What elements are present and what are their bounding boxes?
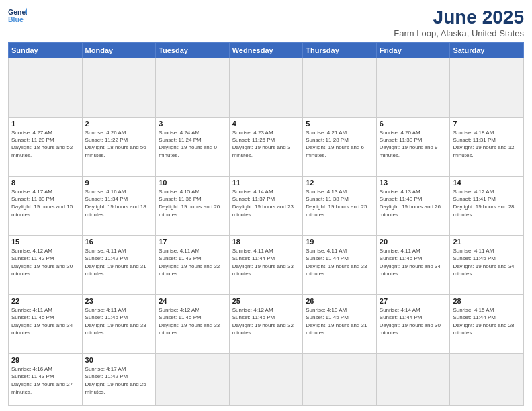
day-info: Sunrise: 4:12 AMSunset: 11:45 PMDaylight… — [232, 306, 300, 336]
day-info: Sunrise: 4:11 AMSunset: 11:42 PMDaylight… — [85, 247, 153, 277]
day-info: Sunrise: 4:15 AMSunset: 11:36 PMDaylight… — [159, 188, 226, 218]
day-info: Sunrise: 4:26 AMSunset: 11:22 PMDaylight… — [85, 129, 153, 159]
day-cell: 16Sunrise: 4:11 AMSunset: 11:42 PMDaylig… — [82, 236, 156, 295]
header-wednesday: Wednesday — [229, 43, 303, 58]
day-info: Sunrise: 4:11 AMSunset: 11:45 PMDaylight… — [453, 247, 521, 277]
day-cell: 30Sunrise: 4:17 AMSunset: 11:42 PMDaylig… — [82, 354, 156, 406]
day-info: Sunrise: 4:21 AMSunset: 11:28 PMDaylight… — [306, 129, 373, 159]
day-cell — [82, 58, 156, 118]
day-number: 1 — [11, 120, 79, 128]
day-number: 5 — [306, 120, 373, 128]
day-info: Sunrise: 4:11 AMSunset: 11:45 PMDaylight… — [85, 306, 153, 336]
day-cell: 1Sunrise: 4:27 AMSunset: 11:20 PMDayligh… — [9, 118, 83, 177]
day-cell — [376, 354, 450, 406]
day-info: Sunrise: 4:11 AMSunset: 11:44 PMDaylight… — [306, 247, 373, 277]
day-number: 22 — [11, 297, 79, 305]
day-cell: 8Sunrise: 4:17 AMSunset: 11:33 PMDayligh… — [9, 177, 83, 236]
day-info: Sunrise: 4:12 AMSunset: 11:42 PMDaylight… — [11, 247, 79, 277]
day-cell — [156, 354, 230, 406]
day-info: Sunrise: 4:12 AMSunset: 11:45 PMDaylight… — [159, 306, 226, 336]
header-sunday: Sunday — [9, 43, 83, 58]
day-number: 7 — [453, 120, 521, 128]
day-cell — [156, 58, 230, 118]
days-header-row: Sunday Monday Tuesday Wednesday Thursday… — [9, 43, 524, 58]
day-info: Sunrise: 4:27 AMSunset: 11:20 PMDaylight… — [11, 129, 79, 159]
day-info: Sunrise: 4:11 AMSunset: 11:45 PMDaylight… — [11, 306, 79, 336]
week-row-1 — [9, 58, 524, 118]
day-cell: 27Sunrise: 4:14 AMSunset: 11:44 PMDaylig… — [376, 295, 450, 354]
logo: General Blue — [8, 7, 27, 26]
main-title: June 2025 — [394, 7, 524, 28]
day-cell: 18Sunrise: 4:11 AMSunset: 11:44 PMDaylig… — [229, 236, 303, 295]
day-number: 30 — [85, 356, 153, 364]
calendar-body: 1Sunrise: 4:27 AMSunset: 11:20 PMDayligh… — [9, 58, 524, 406]
header-saturday: Saturday — [450, 43, 524, 58]
day-number: 17 — [159, 238, 226, 246]
day-number: 9 — [85, 179, 153, 187]
day-info: Sunrise: 4:20 AMSunset: 11:30 PMDaylight… — [380, 129, 447, 159]
day-number: 2 — [85, 120, 153, 128]
header: General Blue June 2025 Farm Loop, Alaska… — [8, 7, 524, 38]
day-cell — [303, 58, 377, 118]
day-cell: 10Sunrise: 4:15 AMSunset: 11:36 PMDaylig… — [156, 177, 230, 236]
day-info: Sunrise: 4:13 AMSunset: 11:38 PMDaylight… — [306, 188, 373, 218]
day-cell: 26Sunrise: 4:13 AMSunset: 11:45 PMDaylig… — [303, 295, 377, 354]
day-cell: 20Sunrise: 4:11 AMSunset: 11:45 PMDaylig… — [376, 236, 450, 295]
day-cell: 29Sunrise: 4:16 AMSunset: 11:43 PMDaylig… — [9, 354, 83, 406]
header-thursday: Thursday — [303, 43, 377, 58]
day-info: Sunrise: 4:11 AMSunset: 11:43 PMDaylight… — [159, 247, 226, 277]
day-info: Sunrise: 4:13 AMSunset: 11:45 PMDaylight… — [306, 306, 373, 336]
day-number: 12 — [306, 179, 373, 187]
day-number: 11 — [232, 179, 300, 187]
day-info: Sunrise: 4:12 AMSunset: 11:41 PMDaylight… — [453, 188, 521, 218]
day-number: 20 — [380, 238, 447, 246]
day-number: 26 — [306, 297, 373, 305]
week-row-5: 22Sunrise: 4:11 AMSunset: 11:45 PMDaylig… — [9, 295, 524, 354]
day-number: 19 — [306, 238, 373, 246]
week-row-3: 8Sunrise: 4:17 AMSunset: 11:33 PMDayligh… — [9, 177, 524, 236]
header-friday: Friday — [376, 43, 450, 58]
day-cell: 22Sunrise: 4:11 AMSunset: 11:45 PMDaylig… — [9, 295, 83, 354]
day-cell — [450, 354, 524, 406]
day-info: Sunrise: 4:18 AMSunset: 11:31 PMDaylight… — [453, 129, 521, 159]
day-number: 16 — [85, 238, 153, 246]
svg-text:Blue: Blue — [8, 15, 24, 24]
day-cell: 11Sunrise: 4:14 AMSunset: 11:37 PMDaylig… — [229, 177, 303, 236]
day-number: 25 — [232, 297, 300, 305]
day-cell — [303, 354, 377, 406]
day-cell: 4Sunrise: 4:23 AMSunset: 11:26 PMDayligh… — [229, 118, 303, 177]
week-row-2: 1Sunrise: 4:27 AMSunset: 11:20 PMDayligh… — [9, 118, 524, 177]
day-cell: 15Sunrise: 4:12 AMSunset: 11:42 PMDaylig… — [9, 236, 83, 295]
day-number: 27 — [380, 297, 447, 305]
day-cell: 24Sunrise: 4:12 AMSunset: 11:45 PMDaylig… — [156, 295, 230, 354]
day-cell: 23Sunrise: 4:11 AMSunset: 11:45 PMDaylig… — [82, 295, 156, 354]
day-info: Sunrise: 4:17 AMSunset: 11:42 PMDaylight… — [85, 365, 153, 396]
day-cell: 28Sunrise: 4:15 AMSunset: 11:44 PMDaylig… — [450, 295, 524, 354]
day-number: 13 — [380, 179, 447, 187]
day-cell: 19Sunrise: 4:11 AMSunset: 11:44 PMDaylig… — [303, 236, 377, 295]
header-monday: Monday — [82, 43, 156, 58]
day-number: 4 — [232, 120, 300, 128]
day-number: 10 — [159, 179, 226, 187]
header-tuesday: Tuesday — [156, 43, 230, 58]
logo-icon: General Blue — [8, 7, 27, 26]
day-info: Sunrise: 4:11 AMSunset: 11:44 PMDaylight… — [232, 247, 300, 277]
day-number: 3 — [159, 120, 226, 128]
subtitle: Farm Loop, Alaska, United States — [394, 28, 524, 38]
day-cell: 6Sunrise: 4:20 AMSunset: 11:30 PMDayligh… — [376, 118, 450, 177]
day-cell: 5Sunrise: 4:21 AMSunset: 11:28 PMDayligh… — [303, 118, 377, 177]
day-cell: 2Sunrise: 4:26 AMSunset: 11:22 PMDayligh… — [82, 118, 156, 177]
day-cell — [376, 58, 450, 118]
day-info: Sunrise: 4:15 AMSunset: 11:44 PMDaylight… — [453, 306, 521, 336]
day-cell: 14Sunrise: 4:12 AMSunset: 11:41 PMDaylig… — [450, 177, 524, 236]
day-cell: 9Sunrise: 4:16 AMSunset: 11:34 PMDayligh… — [82, 177, 156, 236]
day-cell — [450, 58, 524, 118]
day-number: 29 — [11, 356, 79, 364]
day-info: Sunrise: 4:17 AMSunset: 11:33 PMDaylight… — [11, 188, 79, 218]
day-info: Sunrise: 4:14 AMSunset: 11:37 PMDaylight… — [232, 188, 300, 218]
day-info: Sunrise: 4:16 AMSunset: 11:43 PMDaylight… — [11, 365, 79, 396]
day-cell: 3Sunrise: 4:24 AMSunset: 11:24 PMDayligh… — [156, 118, 230, 177]
day-number: 8 — [11, 179, 79, 187]
day-number: 15 — [11, 238, 79, 246]
day-info: Sunrise: 4:13 AMSunset: 11:40 PMDaylight… — [380, 188, 447, 218]
